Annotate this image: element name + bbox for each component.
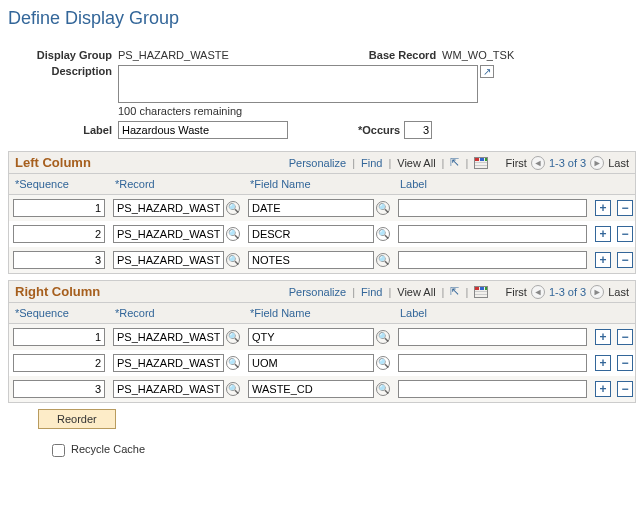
find-link[interactable]: Find — [361, 157, 382, 169]
lookup-icon[interactable]: 🔍 — [376, 356, 390, 370]
table-row: 🔍 🔍 + − — [9, 376, 635, 402]
left-column-grid: Left Column Personalize | Find | View Al… — [8, 151, 636, 274]
label-row: Label *Occurs — [8, 121, 636, 139]
record-input[interactable] — [113, 328, 224, 346]
first-text: First — [506, 157, 527, 169]
col-field-name[interactable]: *Field Name — [244, 174, 394, 195]
base-record-label: Base Record — [369, 49, 436, 61]
record-input[interactable] — [113, 354, 224, 372]
grid-title: Left Column — [15, 155, 215, 170]
table-row: 🔍 🔍 + − — [9, 350, 635, 376]
field-name-input[interactable] — [248, 225, 374, 243]
zoom-icon[interactable]: ⇱ — [450, 285, 459, 298]
label-input[interactable] — [398, 380, 587, 398]
col-field-name[interactable]: *Field Name — [244, 303, 394, 324]
view-all-link[interactable]: View All — [397, 157, 435, 169]
expand-icon[interactable]: ↗ — [480, 65, 494, 78]
remove-row-icon[interactable]: − — [617, 355, 633, 371]
occurs-input[interactable] — [404, 121, 432, 139]
download-icon[interactable] — [474, 286, 488, 298]
remove-row-icon[interactable]: − — [617, 381, 633, 397]
record-input[interactable] — [113, 380, 224, 398]
sequence-input[interactable] — [13, 354, 105, 372]
last-text: Last — [608, 286, 629, 298]
remove-row-icon[interactable]: − — [617, 252, 633, 268]
recycle-cache-checkbox[interactable] — [52, 444, 65, 457]
add-row-icon[interactable]: + — [595, 355, 611, 371]
lookup-icon[interactable]: 🔍 — [376, 330, 390, 344]
field-name-input[interactable] — [248, 328, 374, 346]
description-row: Description ↗ — [8, 65, 636, 103]
reorder-button[interactable]: Reorder — [38, 409, 116, 429]
add-row-icon[interactable]: + — [595, 200, 611, 216]
description-textarea[interactable] — [118, 65, 478, 103]
personalize-link[interactable]: Personalize — [289, 286, 346, 298]
recycle-cache-label: Recycle Cache — [71, 443, 145, 455]
next-icon[interactable]: ► — [590, 285, 604, 299]
record-input[interactable] — [113, 251, 224, 269]
record-input[interactable] — [113, 225, 224, 243]
col-record[interactable]: *Record — [109, 174, 244, 195]
field-name-input[interactable] — [248, 251, 374, 269]
range-text[interactable]: 1-3 of 3 — [549, 286, 586, 298]
col-sequence[interactable]: *Sequence — [9, 303, 109, 324]
table-row: 🔍 🔍 + − — [9, 195, 635, 222]
label-input[interactable] — [398, 354, 587, 372]
label-input[interactable] — [398, 225, 587, 243]
find-link[interactable]: Find — [361, 286, 382, 298]
col-label[interactable]: Label — [394, 303, 591, 324]
record-input[interactable] — [113, 199, 224, 217]
right-column-grid: Right Column Personalize | Find | View A… — [8, 280, 636, 403]
add-row-icon[interactable]: + — [595, 329, 611, 345]
description-label: Description — [8, 65, 118, 77]
lookup-icon[interactable]: 🔍 — [376, 382, 390, 396]
table-row: 🔍 🔍 + − — [9, 221, 635, 247]
sequence-input[interactable] — [13, 328, 105, 346]
zoom-icon[interactable]: ⇱ — [450, 156, 459, 169]
download-icon[interactable] — [474, 157, 488, 169]
prev-icon[interactable]: ◄ — [531, 285, 545, 299]
grid-title: Right Column — [15, 284, 215, 299]
last-text: Last — [608, 157, 629, 169]
label-input[interactable] — [398, 328, 587, 346]
add-row-icon[interactable]: + — [595, 226, 611, 242]
prev-icon[interactable]: ◄ — [531, 156, 545, 170]
remove-row-icon[interactable]: − — [617, 329, 633, 345]
field-name-input[interactable] — [248, 199, 374, 217]
sequence-input[interactable] — [13, 380, 105, 398]
add-row-icon[interactable]: + — [595, 252, 611, 268]
remove-row-icon[interactable]: − — [617, 226, 633, 242]
lookup-icon[interactable]: 🔍 — [376, 227, 390, 241]
label-label: Label — [8, 124, 118, 136]
view-all-link[interactable]: View All — [397, 286, 435, 298]
field-name-input[interactable] — [248, 380, 374, 398]
lookup-icon[interactable]: 🔍 — [226, 253, 240, 267]
col-record[interactable]: *Record — [109, 303, 244, 324]
next-icon[interactable]: ► — [590, 156, 604, 170]
label-input[interactable] — [398, 199, 587, 217]
col-sequence[interactable]: *Sequence — [9, 174, 109, 195]
lookup-icon[interactable]: 🔍 — [226, 227, 240, 241]
page-title: Define Display Group — [8, 8, 636, 29]
personalize-link[interactable]: Personalize — [289, 157, 346, 169]
remove-row-icon[interactable]: − — [617, 200, 633, 216]
table-row: 🔍 🔍 + − — [9, 247, 635, 273]
sequence-input[interactable] — [13, 225, 105, 243]
right-column-table: *Sequence *Record *Field Name Label 🔍 🔍 … — [9, 303, 635, 402]
sequence-input[interactable] — [13, 251, 105, 269]
col-label[interactable]: Label — [394, 174, 591, 195]
sequence-input[interactable] — [13, 199, 105, 217]
range-text[interactable]: 1-3 of 3 — [549, 157, 586, 169]
lookup-icon[interactable]: 🔍 — [226, 330, 240, 344]
add-row-icon[interactable]: + — [595, 381, 611, 397]
lookup-icon[interactable]: 🔍 — [376, 201, 390, 215]
label-input[interactable] — [118, 121, 288, 139]
lookup-icon[interactable]: 🔍 — [376, 253, 390, 267]
lookup-icon[interactable]: 🔍 — [226, 201, 240, 215]
field-name-input[interactable] — [248, 354, 374, 372]
left-column-table: *Sequence *Record *Field Name Label 🔍 🔍 … — [9, 174, 635, 273]
first-text: First — [506, 286, 527, 298]
lookup-icon[interactable]: 🔍 — [226, 356, 240, 370]
lookup-icon[interactable]: 🔍 — [226, 382, 240, 396]
label-input[interactable] — [398, 251, 587, 269]
